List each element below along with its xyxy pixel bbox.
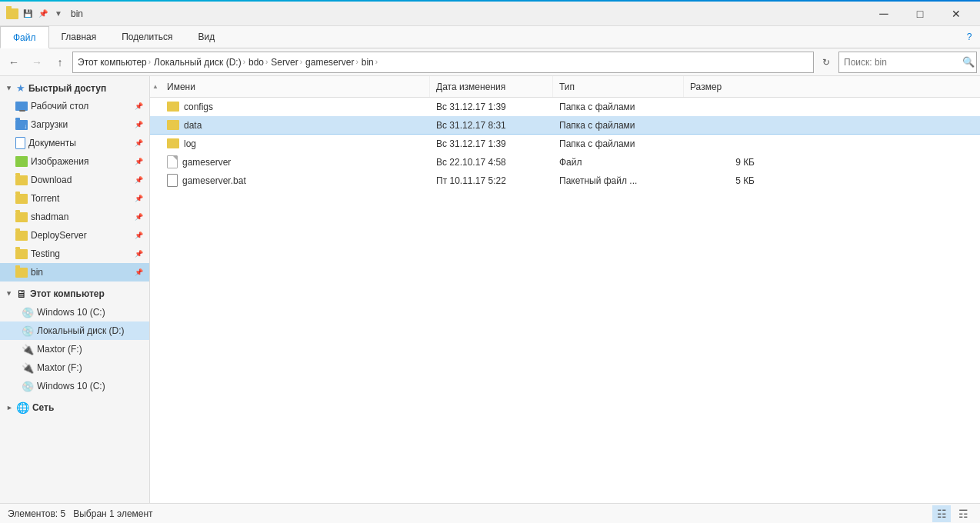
sidebar-item-c2-drive[interactable]: 💿 Windows 10 (C:) xyxy=(0,377,149,395)
ribbon-tabs: Файл Главная Поделиться Вид ? xyxy=(0,26,980,48)
this-pc-header[interactable]: ► 🖥 Этот компьютер xyxy=(0,285,149,303)
sidebar-item-deployserver[interactable]: DeployServer 📌 xyxy=(0,226,149,245)
breadcrumb-segment-1[interactable]: Этот компьютер › xyxy=(78,57,151,68)
sidebar-item-c-drive[interactable]: 💿 Windows 10 (C:) xyxy=(0,303,149,321)
sidebar-item-documents[interactable]: Документы 📌 xyxy=(0,134,149,152)
tab-share[interactable]: Поделиться xyxy=(109,26,185,48)
back-button[interactable]: ← xyxy=(3,52,25,73)
items-count: Элементов: 5 xyxy=(8,508,65,519)
sidebar-item-desktop[interactable]: Рабочий стол 📌 xyxy=(0,97,149,115)
dropdown-arrow-icon[interactable]: ▼ xyxy=(52,8,65,20)
file-size-gameserver-bat: 5 КБ xyxy=(684,175,761,186)
network-label: Сеть xyxy=(32,402,143,413)
breadcrumb-segment-2[interactable]: Локальный диск (D:) › xyxy=(154,57,245,68)
this-pc-label: Этот компьютер xyxy=(30,288,143,299)
title-bar-icons: 💾 📌 ▼ xyxy=(6,8,65,20)
bin-folder-icon xyxy=(15,268,28,278)
sidebar-item-testing[interactable]: Testing 📌 xyxy=(0,245,149,263)
d-drive-icon: 💿 xyxy=(22,325,34,337)
folder-icon xyxy=(167,120,179,130)
sidebar-item-shadman[interactable]: shadman 📌 xyxy=(0,208,149,226)
tab-home[interactable]: Главная xyxy=(49,26,110,48)
table-row[interactable]: data Вс 31.12.17 8:31 Папка с файлами xyxy=(150,116,980,135)
table-row[interactable]: log Вс 31.12.17 1:39 Папка с файлами xyxy=(150,135,980,153)
sort-arrow-col[interactable]: ▲ xyxy=(150,76,161,97)
download-folder-icon xyxy=(15,175,28,185)
breadcrumb-segment-5[interactable]: gameserver › xyxy=(305,57,358,68)
sidebar-download-label: Download xyxy=(31,175,132,185)
sidebar-torrent-label: Torrent xyxy=(31,193,132,204)
address-bar[interactable]: Этот компьютер › Локальный диск (D:) › b… xyxy=(72,52,814,73)
sidebar-item-bin[interactable]: bin 📌 xyxy=(0,263,149,281)
col-header-date[interactable]: Дата изменения xyxy=(430,76,553,97)
sidebar-item-images[interactable]: Изображения 📌 xyxy=(0,152,149,171)
sidebar-item-download[interactable]: Download 📌 xyxy=(0,171,149,189)
breadcrumb-segment-3[interactable]: bdo › xyxy=(248,57,268,68)
up-button[interactable]: ↑ xyxy=(49,52,71,73)
network-header[interactable]: ► 🌐 Сеть xyxy=(0,398,149,417)
file-type-gameserver-bat: Пакетный файл ... xyxy=(553,175,684,186)
pin-icon: 📌 xyxy=(135,102,143,110)
documents-icon xyxy=(15,137,25,149)
pin-icon[interactable]: 📌 xyxy=(37,8,49,20)
search-box[interactable]: 🔍 xyxy=(838,52,977,73)
col-header-type[interactable]: Тип xyxy=(553,76,684,97)
pin-icon: 📌 xyxy=(135,121,143,128)
sidebar-c-drive-label: Windows 10 (C:) xyxy=(37,307,143,318)
pin-icon: 📌 xyxy=(135,195,143,202)
f2-drive-icon: 🔌 xyxy=(22,362,34,374)
view-toggle-buttons: ☷ ☶ xyxy=(932,505,972,522)
table-row[interactable]: gameserver.bat Пт 10.11.17 5:22 Пакетный… xyxy=(150,172,980,190)
details-view-button[interactable]: ☷ xyxy=(932,505,951,522)
sidebar: ► ★ Быстрый доступ Рабочий стол 📌 ↓ Загр… xyxy=(0,76,150,503)
quick-access-header[interactable]: ► ★ Быстрый доступ xyxy=(0,79,149,97)
sidebar-item-f2-drive[interactable]: 🔌 Maxtor (F:) xyxy=(0,358,149,377)
sidebar-bin-label: bin xyxy=(31,267,132,278)
folder-icon xyxy=(167,102,179,112)
title-controls: ─ □ ✕ xyxy=(866,2,974,26)
this-pc-arrow: ► xyxy=(5,291,13,298)
col-header-size[interactable]: Размер xyxy=(684,76,761,97)
breadcrumb-segment-4[interactable]: Server › xyxy=(271,57,302,68)
minimize-button[interactable]: ─ xyxy=(866,2,902,26)
network-arrow: ► xyxy=(6,404,13,411)
tiles-view-button[interactable]: ☶ xyxy=(954,505,972,522)
refresh-button[interactable]: ↻ xyxy=(815,52,837,73)
tab-view[interactable]: Вид xyxy=(185,26,228,48)
quick-access-icon[interactable]: 💾 xyxy=(22,8,34,20)
close-button[interactable]: ✕ xyxy=(938,2,974,26)
file-name-gameserver: gameserver xyxy=(161,155,430,168)
help-button[interactable]: ? xyxy=(958,26,980,48)
col-header-name[interactable]: Имени xyxy=(161,76,430,97)
search-input[interactable] xyxy=(844,57,959,68)
sidebar-item-torrent[interactable]: Torrent 📌 xyxy=(0,189,149,208)
sidebar-deployserver-label: DeployServer xyxy=(31,230,132,241)
sidebar-f2-drive-label: Maxtor (F:) xyxy=(37,362,143,373)
sidebar-f1-drive-label: Maxtor (F:) xyxy=(37,344,143,355)
maximize-button[interactable]: □ xyxy=(902,2,938,26)
f1-drive-icon: 🔌 xyxy=(22,344,34,355)
torrent-folder-icon xyxy=(15,194,28,204)
quick-access-star-icon: ★ xyxy=(16,82,25,94)
sidebar-c2-drive-label: Windows 10 (C:) xyxy=(37,381,143,391)
ribbon: Файл Главная Поделиться Вид ? xyxy=(0,26,980,48)
file-size-gameserver: 9 КБ xyxy=(684,157,761,168)
sidebar-item-downloads[interactable]: ↓ Загрузки 📌 xyxy=(0,115,149,134)
sidebar-item-d-drive[interactable]: 💿 Локальный диск (D:) xyxy=(0,321,149,340)
sidebar-testing-label: Testing xyxy=(31,248,132,259)
desktop-icon xyxy=(15,102,28,111)
file-name-data: data xyxy=(161,120,430,131)
file-date-gameserver: Вс 22.10.17 4:58 xyxy=(430,157,553,168)
pin-icon: 📌 xyxy=(135,213,143,221)
tab-file[interactable]: Файл xyxy=(0,26,49,48)
sidebar-item-f1-drive[interactable]: 🔌 Maxtor (F:) xyxy=(0,340,149,358)
table-row[interactable]: gameserver Вс 22.10.17 4:58 Файл 9 КБ xyxy=(150,153,980,172)
table-row[interactable]: configs Вс 31.12.17 1:39 Папка с файлами xyxy=(150,98,980,116)
forward-button[interactable]: → xyxy=(26,52,48,73)
breadcrumb-segment-current[interactable]: bin › xyxy=(362,57,378,68)
file-type-configs: Папка с файлами xyxy=(553,102,684,112)
deployserver-folder-icon xyxy=(15,231,28,241)
file-date-configs: Вс 31.12.17 1:39 xyxy=(430,102,553,112)
toolbar: ← → ↑ Этот компьютер › Локальный диск (D… xyxy=(0,48,980,76)
file-name-configs: configs xyxy=(161,102,430,112)
